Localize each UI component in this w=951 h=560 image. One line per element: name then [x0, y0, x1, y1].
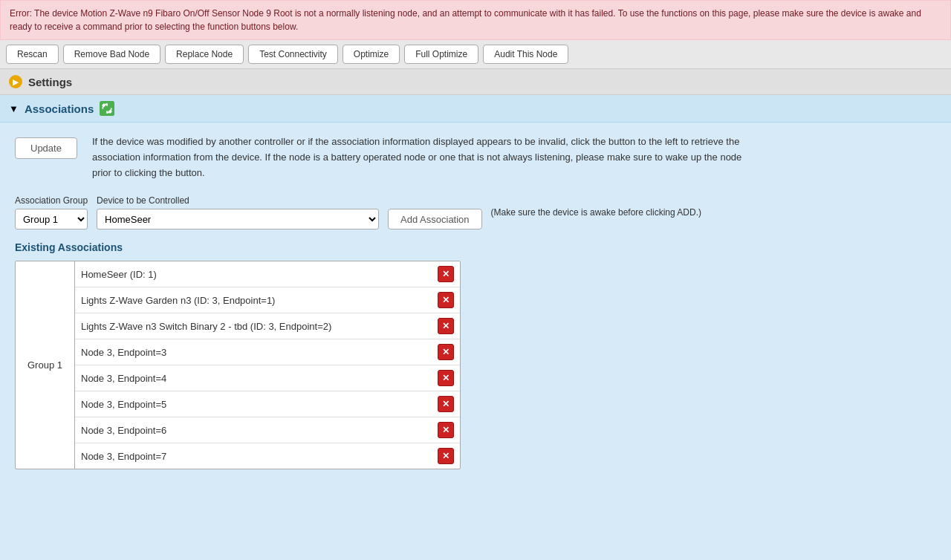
device-form-group: Device to be Controlled HomeSeer	[97, 195, 379, 229]
delete-association-button[interactable]	[438, 266, 454, 282]
associations-title: Associations	[25, 102, 94, 115]
settings-arrow-icon[interactable]: ▶	[9, 75, 22, 88]
table-row: Node 3, Endpoint=6	[75, 417, 460, 443]
assoc-item-text: Node 3, Endpoint=5	[81, 399, 432, 410]
associations-table: Group 1 HomeSeer (ID: 1)Lights Z-Wave Ga…	[15, 261, 461, 469]
error-banner: Error: The device Motion Z-Wave n9 Fibar…	[0, 0, 951, 40]
optimize-button[interactable]: Optimize	[343, 45, 400, 64]
table-row: Node 3, Endpoint=4	[75, 365, 460, 391]
delete-association-button[interactable]	[438, 292, 454, 308]
assoc-item-text: Lights Z-Wave Garden n3 (ID: 3, Endpoint…	[81, 295, 432, 306]
assoc-item-text: Node 3, Endpoint=7	[81, 451, 432, 462]
existing-associations-title: Existing Associations	[15, 241, 936, 253]
device-label: Device to be Controlled	[97, 195, 379, 206]
associations-table-inner: Group 1 HomeSeer (ID: 1)Lights Z-Wave Ga…	[16, 261, 460, 469]
update-button[interactable]: Update	[15, 137, 77, 159]
assoc-item-text: Node 3, Endpoint=3	[81, 347, 432, 358]
assoc-item-text: HomeSeer (ID: 1)	[81, 269, 432, 280]
settings-title: Settings	[28, 76, 72, 88]
delete-association-button[interactable]	[438, 422, 454, 438]
error-text: Error: The device Motion Z-Wave n9 Fibar…	[10, 8, 921, 32]
add-association-button[interactable]: Add Association	[388, 209, 482, 229]
settings-section-header: ▶ Settings	[0, 69, 951, 95]
assoc-items: HomeSeer (ID: 1)Lights Z-Wave Garden n3 …	[75, 261, 460, 469]
add-association-row: Association Group Group 1 Device to be C…	[15, 195, 936, 229]
group-label-cell: Group 1	[16, 261, 75, 469]
assoc-item-text: Lights Z-Wave n3 Switch Binary 2 - tbd (…	[81, 321, 432, 332]
table-row: HomeSeer (ID: 1)	[75, 261, 460, 287]
delete-association-button[interactable]	[438, 318, 454, 334]
table-row: Node 3, Endpoint=3	[75, 339, 460, 365]
associations-section-header: ▼ Associations	[0, 95, 951, 123]
test-connectivity-button[interactable]: Test Connectivity	[248, 45, 338, 64]
delete-association-button[interactable]	[438, 396, 454, 412]
svg-rect-0	[100, 101, 114, 116]
association-group-select[interactable]: Group 1	[15, 209, 88, 229]
table-row: Node 3, Endpoint=5	[75, 391, 460, 417]
associations-arrow-icon[interactable]: ▼	[9, 103, 19, 114]
audit-this-node-button[interactable]: Audit This Node	[483, 45, 568, 64]
delete-association-button[interactable]	[438, 344, 454, 360]
update-row: Update If the device was modified by ano…	[15, 134, 936, 180]
device-select[interactable]: HomeSeer	[97, 209, 379, 229]
assoc-item-text: Node 3, Endpoint=4	[81, 373, 432, 384]
association-group-form-group: Association Group Group 1	[15, 195, 88, 229]
delete-association-button[interactable]	[438, 370, 454, 386]
association-group-label: Association Group	[15, 195, 88, 206]
rescan-button[interactable]: Rescan	[6, 45, 59, 64]
add-association-note: (Make sure the device is awake before cl…	[491, 207, 701, 218]
toolbar: Rescan Remove Bad Node Replace Node Test…	[0, 40, 951, 69]
replace-node-button[interactable]: Replace Node	[165, 45, 244, 64]
update-description: If the device was modified by another co…	[92, 134, 761, 180]
delete-association-button[interactable]	[438, 448, 454, 464]
table-row: Node 3, Endpoint=7	[75, 443, 460, 469]
refresh-icon[interactable]	[100, 101, 114, 116]
assoc-item-text: Node 3, Endpoint=6	[81, 425, 432, 436]
table-row: Lights Z-Wave Garden n3 (ID: 3, Endpoint…	[75, 287, 460, 313]
full-optimize-button[interactable]: Full Optimize	[404, 45, 478, 64]
associations-content: Update If the device was modified by ano…	[0, 123, 951, 481]
table-row: Lights Z-Wave n3 Switch Binary 2 - tbd (…	[75, 313, 460, 339]
remove-bad-node-button[interactable]: Remove Bad Node	[63, 45, 160, 64]
